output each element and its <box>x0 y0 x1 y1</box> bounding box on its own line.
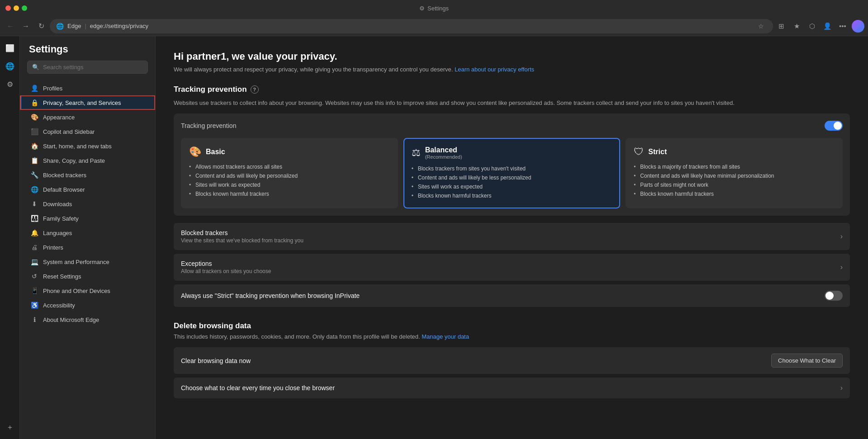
sidebar-item-copilot[interactable]: ⬛ Copilot and Sidebar <box>20 124 155 139</box>
appearance-icon: 🎨 <box>30 113 38 121</box>
titlebar: ⚙ Settings <box>0 0 868 16</box>
delete-desc-text: This includes history, passwords, cookie… <box>174 333 422 340</box>
tracking-panel: Tracking prevention 🎨 Basic Allo <box>174 113 850 216</box>
tracking-desc: Websites use trackers to collect info ab… <box>174 99 850 108</box>
basic-card-header: 🎨 Basic <box>189 146 390 158</box>
basic-bullet-3: Sites will work as expected <box>189 180 390 189</box>
forward-button[interactable]: → <box>19 19 33 33</box>
strict-bullet-2: Content and ads will likely have minimal… <box>634 171 835 180</box>
sidebar-item-privacy[interactable]: 🔒 Privacy, Search, and Services <box>20 95 155 110</box>
system-label: System and Performance <box>43 259 109 265</box>
refresh-icon: ↻ <box>38 22 44 30</box>
sidebar-item-share[interactable]: 📋 Share, Copy, and Paste <box>20 153 155 168</box>
basic-card-icon: 🎨 <box>189 146 201 158</box>
about-label: About Microsoft Edge <box>43 316 99 323</box>
sidebar-item-printers[interactable]: 🖨 Printers <box>20 240 155 255</box>
toggle-thumb <box>834 122 842 130</box>
copilot-label: Copilot and Sidebar <box>43 128 95 135</box>
languages-icon: 🔔 <box>30 229 38 236</box>
account-icon[interactable]: 👤 <box>821 20 834 33</box>
clear-on-close-row[interactable]: Choose what to clear every time you clos… <box>174 378 850 398</box>
sidebar-gear-icon[interactable]: ⚙ <box>2 76 18 92</box>
more-menu-icon[interactable]: ••• <box>836 20 849 33</box>
strict-inprivate-title: Always use "Strict" tracking prevention … <box>181 292 360 299</box>
sidebar-item-downloads[interactable]: ⬇ Downloads <box>20 197 155 211</box>
edge-logo-icon: 🌐 <box>56 23 64 30</box>
downloads-label: Downloads <box>43 201 72 208</box>
sidebar-add-icon[interactable]: ＋ <box>2 419 18 435</box>
clear-on-close-title: Choose what to clear every time you clos… <box>181 384 335 392</box>
back-button[interactable]: ← <box>4 19 17 33</box>
accessibility-label: Accessibility <box>43 302 75 309</box>
sidebar-item-default-browser[interactable]: 🌐 Default Browser <box>20 182 155 197</box>
sidebar-item-accessibility[interactable]: ♿ Accessibility <box>20 298 155 312</box>
search-box[interactable]: 🔍 <box>27 61 148 74</box>
strict-inprivate-left: Always use "Strict" tracking prevention … <box>181 292 360 299</box>
printers-label: Printers <box>43 244 63 251</box>
sidebar-item-about[interactable]: ℹ About Microsoft Edge <box>20 312 155 327</box>
manage-data-link[interactable]: Manage your data <box>422 333 469 340</box>
basic-bullet-2: Content and ads will likely be personali… <box>189 171 390 180</box>
profile-avatar[interactable] <box>852 20 864 33</box>
address-url: edge://settings/privacy <box>90 23 148 29</box>
basic-card[interactable]: 🎨 Basic Allows most trackers across all … <box>181 138 398 208</box>
reset-label: Reset Settings <box>43 273 81 280</box>
sidebar-item-start-home[interactable]: 🏠 Start, home, and new tabs <box>20 139 155 153</box>
forward-icon: → <box>22 22 29 30</box>
window-title: ⚙ Settings <box>419 5 449 12</box>
sidebar-globe-icon[interactable]: 🌐 <box>2 58 18 74</box>
sidebar-item-family[interactable]: 👨‍👩‍👧 Family Safety <box>20 211 155 226</box>
delete-desc: This includes history, passwords, cookie… <box>174 333 850 340</box>
extensions-icon[interactable]: ⬡ <box>806 20 818 33</box>
sidebar-item-system[interactable]: 💻 System and Performance <box>20 255 155 269</box>
maximize-button[interactable] <box>22 5 27 11</box>
close-button[interactable] <box>5 5 11 11</box>
sidebar-item-profiles[interactable]: 👤 Profiles <box>20 81 155 95</box>
copilot-icon: ⬛ <box>30 128 38 135</box>
accessibility-icon: ♿ <box>30 302 38 309</box>
balanced-card-header: ⚖ Balanced (Recommended) <box>412 146 612 160</box>
traffic-lights <box>5 5 27 11</box>
refresh-button[interactable]: ↻ <box>34 19 48 33</box>
reset-icon: ↺ <box>30 273 38 280</box>
sidebar-item-languages[interactable]: 🔔 Languages <box>20 226 155 240</box>
strict-bullet-3: Parts of sites might not work <box>634 180 835 189</box>
balanced-card[interactable]: ⚖ Balanced (Recommended) Blocks trackers… <box>403 138 621 208</box>
profiles-icon: 👤 <box>30 85 38 92</box>
blocked-trackers-title: Blocked trackers <box>181 229 304 236</box>
search-input[interactable] <box>43 64 143 71</box>
minimize-button[interactable] <box>14 5 19 11</box>
page-title: Hi partner1, we value your privacy. <box>174 51 850 62</box>
balanced-bullet-4: Blocks known harmful trackers <box>412 191 612 200</box>
blocked-trackers-desc: View the sites that we've blocked from t… <box>181 237 304 244</box>
exceptions-row[interactable]: Exceptions Allow all trackers on sites y… <box>174 254 850 281</box>
sidebar-item-phone[interactable]: 📱 Phone and Other Devices <box>20 283 155 298</box>
strict-card-title-block: Strict <box>648 148 667 156</box>
tracking-toggle[interactable] <box>825 121 843 131</box>
strict-card[interactable]: 🛡 Strict Blocks a majority of trackers f… <box>626 138 843 208</box>
choose-what-to-clear-button[interactable]: Choose What to Clear <box>771 354 843 368</box>
privacy-link[interactable]: Learn about our privacy efforts <box>455 66 534 73</box>
gear-icon: ⚙ <box>419 5 425 12</box>
languages-label: Languages <box>43 230 72 236</box>
sidebar-tabs-icon[interactable]: ⬜ <box>2 40 18 56</box>
sidebar-item-reset[interactable]: ↺ Reset Settings <box>20 269 155 283</box>
share-label: Share, Copy, and Paste <box>43 157 105 164</box>
privacy-label: Privacy, Search, and Services <box>43 99 121 106</box>
help-icon[interactable]: ? <box>251 85 259 94</box>
favorites-icon[interactable]: ★ <box>790 20 803 33</box>
address-bar[interactable]: 🌐 Edge | edge://settings/privacy ☆ <box>50 19 773 33</box>
appearance-label: Appearance <box>43 114 75 121</box>
collections-icon[interactable]: ⊞ <box>775 20 787 33</box>
basic-card-list: Allows most trackers across all sites Co… <box>189 162 390 198</box>
blocked-trackers-row[interactable]: Blocked trackers View the sites that we'… <box>174 223 850 250</box>
sidebar-item-cookies[interactable]: 🔧 Blocked trackers <box>20 168 155 182</box>
favorite-icon[interactable]: ☆ <box>755 20 767 32</box>
sidebar-item-appearance[interactable]: 🎨 Appearance <box>20 110 155 124</box>
strict-inprivate-row[interactable]: Always use "Strict" tracking prevention … <box>174 284 850 307</box>
strict-inprivate-toggle[interactable] <box>825 291 843 301</box>
strict-card-title: Strict <box>648 148 667 156</box>
prevention-cards: 🎨 Basic Allows most trackers across all … <box>181 138 843 208</box>
blocked-trackers-chevron: › <box>840 232 843 241</box>
printers-icon: 🖨 <box>30 244 38 251</box>
